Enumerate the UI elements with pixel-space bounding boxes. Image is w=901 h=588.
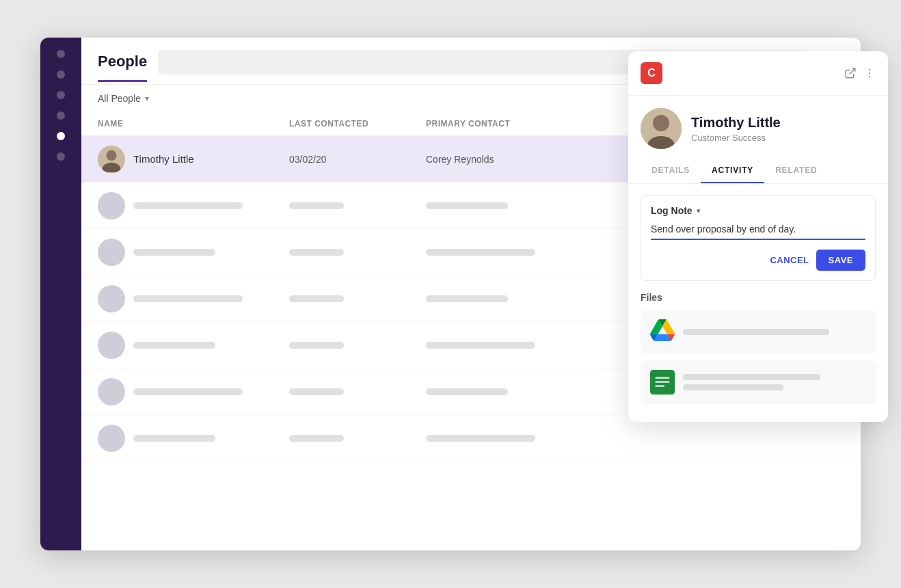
profile-info: Timothy Little Customer Success <box>691 115 781 143</box>
placeholder-17 <box>289 435 344 442</box>
avatar-timothy <box>98 146 125 173</box>
placeholder-2 <box>289 202 344 209</box>
row5-date <box>289 388 426 395</box>
avatar-4 <box>98 332 125 359</box>
placeholder-12 <box>426 342 535 349</box>
placeholder-3 <box>426 202 508 209</box>
svg-rect-10 <box>656 377 670 379</box>
files-section: Files <box>641 292 876 404</box>
log-note-section: Log Note ▾ CANCEL SAVE <box>641 195 876 281</box>
row2-date <box>289 249 426 256</box>
row1-date <box>289 202 426 209</box>
log-note-label: Log Note <box>651 205 692 216</box>
tab-details[interactable]: Details <box>641 159 701 183</box>
filter-caret-icon[interactable]: ▾ <box>145 94 149 103</box>
file-item-drive[interactable] <box>641 310 876 353</box>
placeholder-11 <box>289 342 344 349</box>
col-last-contacted: Last Contacted <box>289 112 426 135</box>
svg-line-2 <box>850 68 855 74</box>
row2-name <box>98 239 289 266</box>
row6-name <box>98 425 289 452</box>
row5-contact <box>426 388 576 395</box>
table-row-6[interactable] <box>81 415 861 462</box>
row5-name <box>98 378 289 405</box>
placeholder-6 <box>426 249 535 256</box>
row1-name <box>98 192 289 219</box>
placeholder-7 <box>133 295 243 302</box>
row4-contact <box>426 342 576 349</box>
google-sheets-icon <box>650 370 675 395</box>
file-line-3 <box>683 384 783 390</box>
profile-name: Timothy Little <box>691 115 781 131</box>
tab-activity[interactable]: Activity <box>701 159 764 183</box>
panel-header-actions <box>844 67 876 79</box>
svg-point-7 <box>653 115 669 131</box>
tab-related[interactable]: Related <box>764 159 828 183</box>
sidebar <box>40 38 81 550</box>
svg-rect-11 <box>656 382 670 383</box>
more-options-icon[interactable] <box>863 67 876 79</box>
file-line-2 <box>683 374 820 380</box>
right-panel: C <box>628 51 888 422</box>
row3-name <box>98 285 289 312</box>
avatar-6 <box>98 425 125 452</box>
placeholder-15 <box>426 388 508 395</box>
placeholder-9 <box>426 295 508 302</box>
sidebar-dot-1[interactable] <box>57 50 65 58</box>
profile-role: Customer Success <box>691 133 781 143</box>
col-primary-contact: Primary Contact <box>426 112 576 135</box>
file-item-sheets[interactable] <box>641 360 876 404</box>
selected-contact-cell: Corey Reynolds <box>426 154 576 165</box>
avatar-5 <box>98 378 125 405</box>
col-name: Name <box>98 112 289 135</box>
page-title: People <box>98 53 147 82</box>
placeholder-18 <box>426 435 535 442</box>
selected-contact-label: Corey Reynolds <box>426 154 494 165</box>
log-note-caret-icon[interactable]: ▾ <box>697 206 701 215</box>
placeholder-10 <box>133 342 215 349</box>
external-link-icon[interactable] <box>844 67 857 79</box>
selected-name-cell: Timothy Little <box>98 146 289 173</box>
row6-contact <box>426 435 576 442</box>
panel-profile: Timothy Little Customer Success <box>628 96 888 159</box>
log-note-header: Log Note ▾ <box>651 205 865 216</box>
sidebar-dot-6[interactable] <box>57 152 65 161</box>
save-button[interactable]: SAVE <box>816 250 865 271</box>
selected-date-label: 03/02/20 <box>289 154 327 165</box>
sidebar-dot-5[interactable] <box>57 132 65 140</box>
svg-point-3 <box>869 69 870 70</box>
log-note-input[interactable] <box>651 224 865 240</box>
placeholder-5 <box>289 249 344 256</box>
profile-avatar <box>641 108 682 149</box>
placeholder-14 <box>289 388 344 395</box>
panel-header: C <box>628 51 888 96</box>
google-drive-icon <box>650 319 675 344</box>
file-drive-lines <box>683 329 866 335</box>
row4-name <box>98 332 289 359</box>
svg-point-0 <box>106 150 116 160</box>
avatar-1 <box>98 192 125 219</box>
sidebar-dot-2[interactable] <box>57 70 65 79</box>
avatar-3 <box>98 285 125 312</box>
sidebar-dot-4[interactable] <box>57 111 65 120</box>
filter-label[interactable]: All People <box>98 93 141 104</box>
panel-body: Log Note ▾ CANCEL SAVE Files <box>628 184 888 422</box>
file-line-1 <box>683 329 829 335</box>
svg-rect-12 <box>656 386 665 387</box>
svg-point-1 <box>103 162 121 172</box>
row3-date <box>289 295 426 302</box>
selected-date-cell: 03/02/20 <box>289 154 426 165</box>
files-label: Files <box>641 292 876 303</box>
cancel-button[interactable]: CANCEL <box>770 250 809 271</box>
row3-contact <box>426 295 576 302</box>
log-note-actions: CANCEL SAVE <box>651 250 865 271</box>
placeholder-1 <box>133 202 243 209</box>
sidebar-dot-3[interactable] <box>57 91 65 99</box>
row4-date <box>289 342 426 349</box>
panel-tabs: Details Activity Related <box>628 159 888 184</box>
row1-contact <box>426 202 576 209</box>
row6-date <box>289 435 426 442</box>
app-container: People All People ▾ Name Last Contacted … <box>40 38 861 550</box>
avatar-2 <box>98 239 125 266</box>
file-sheets-lines <box>683 374 866 390</box>
